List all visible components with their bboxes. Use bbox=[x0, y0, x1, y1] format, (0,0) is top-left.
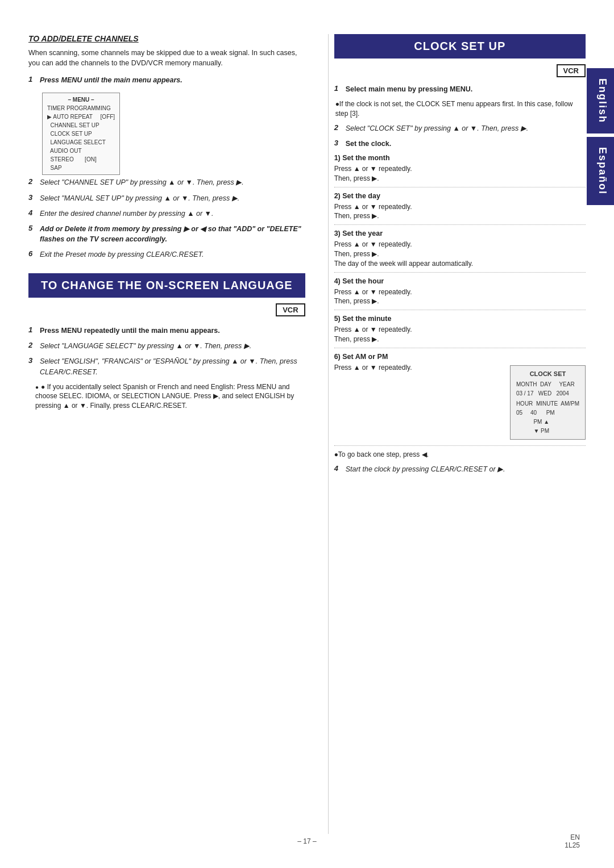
tab-espanol: Español bbox=[587, 137, 614, 206]
content-area: TO ADD/DELETE CHANNELS When scanning, so… bbox=[28, 34, 586, 834]
clock-sub-2-line2: Then, press ▶. bbox=[334, 211, 586, 221]
step-num-5: 5 bbox=[28, 224, 38, 232]
clock-sub-2: 2) Set the day Press ▲ or ▼ repeatedly. … bbox=[334, 192, 586, 226]
menu-item-4: CLOCK SET UP bbox=[47, 130, 115, 138]
add-step-6: 6 Exit the Preset mode by pressing CLEAR… bbox=[28, 249, 305, 260]
language-note: ● If you accidentally select Spanish or … bbox=[35, 382, 305, 411]
clock-step-2: 2 Select "CLOCK SET" by pressing ▲ or ▼.… bbox=[334, 123, 586, 133]
tab-english: English bbox=[587, 68, 614, 135]
menu-item-8: SAP bbox=[47, 164, 115, 172]
footer-code: EN1L25 bbox=[565, 833, 580, 849]
clock-step-4-text: Start the clock by pressing CLEAR/C.RESE… bbox=[346, 464, 505, 474]
clock-sub-sections: 1) Set the month Press ▲ or ▼ repeatedly… bbox=[334, 154, 586, 446]
step-num-4: 4 bbox=[28, 208, 38, 217]
clock-step-num-4: 4 bbox=[334, 464, 343, 473]
step-num-3: 3 bbox=[28, 193, 38, 202]
add-step-6-text: Exit the Preset mode by pressing CLEAR/C… bbox=[40, 249, 204, 260]
clock-sub-1-header: 1) Set the month bbox=[334, 154, 586, 162]
clock-image-row2-label: HOUR MINUTE AM/PM bbox=[516, 399, 579, 408]
menu-item-7: STEREO [ON] bbox=[47, 155, 115, 164]
clock-sub-5-line1: Press ▲ or ▼ repeatedly. bbox=[334, 325, 586, 335]
add-step-3-text: Select "MANUAL SET UP" by pressing ▲ or … bbox=[40, 193, 239, 203]
lang-step-num-2: 2 bbox=[28, 341, 38, 349]
lang-step-3-text: Select "ENGLISH", "FRANCAIS" or "ESPAÑOL… bbox=[40, 356, 305, 377]
menu-item-5: LANGUAGE SELECT bbox=[47, 138, 115, 147]
clock-step-3: 3 Set the clock. bbox=[334, 139, 586, 149]
lang-step-2: 2 Select "LANGUAGE SELECT" by pressing ▲… bbox=[28, 341, 305, 351]
clock-image-row1-val: 03 / 17 WED 2004 bbox=[516, 389, 579, 398]
menu-item-3: CHANNEL SET UP bbox=[47, 121, 115, 130]
page-footer: – 17 – EN1L25 bbox=[0, 837, 614, 845]
add-step-1: 1 Press MENU until the main menu appears… bbox=[28, 75, 305, 85]
language-vcr-row: VCR bbox=[28, 303, 305, 321]
add-step-4: 4 Enter the desired channel number by pr… bbox=[28, 208, 305, 219]
clock-step-num-3: 3 bbox=[334, 139, 343, 147]
clock-image-row1-label: MONTH DAY YEAR bbox=[516, 380, 579, 389]
clock-image-row2-val: 05 40 PM bbox=[516, 408, 579, 418]
lang-step-num-3: 3 bbox=[28, 356, 38, 365]
clock-image-row4: ▼ PM bbox=[516, 427, 579, 436]
clock-step-3-text: Set the clock. bbox=[346, 139, 392, 149]
clock-sub-4-header: 4) Set the hour bbox=[334, 277, 586, 285]
clock-sub-2-header: 2) Set the day bbox=[334, 192, 586, 200]
clock-image-title: CLOCK SET bbox=[516, 369, 579, 379]
language-steps: 1 Press MENU repeatedly until the main m… bbox=[28, 326, 305, 377]
clock-sub-3-line1: Press ▲ or ▼ repeatedly. bbox=[334, 240, 586, 249]
lang-step-1-text: Press MENU repeatedly until the main men… bbox=[40, 326, 220, 336]
lang-step-1: 1 Press MENU repeatedly until the main m… bbox=[28, 326, 305, 336]
clock-sub-1-line1: Press ▲ or ▼ repeatedly. bbox=[334, 164, 586, 174]
clock-sub-5: 5) Set the minute Press ▲ or ▼ repeatedl… bbox=[334, 315, 586, 348]
step-num-1: 1 bbox=[28, 75, 38, 84]
page-container: English Español TO ADD/DELETE CHANNELS W… bbox=[0, 0, 614, 868]
clock-sub-4-line2: Then, press ▶. bbox=[334, 297, 586, 306]
clock-sub-1: 1) Set the month Press ▲ or ▼ repeatedly… bbox=[334, 154, 586, 187]
clock-step-4: 4 Start the clock by pressing CLEAR/C.RE… bbox=[334, 464, 586, 474]
add-step-1-text: Press MENU until the main menu appears. bbox=[40, 75, 182, 85]
side-tabs: English Español bbox=[587, 68, 614, 206]
add-step-2-text: Select "CHANNEL SET UP" by pressing ▲ or… bbox=[40, 177, 244, 187]
step-num-6: 6 bbox=[28, 249, 38, 258]
menu-title: – MENU – bbox=[47, 95, 115, 104]
clock-sub-2-line1: Press ▲ or ▼ repeatedly. bbox=[334, 202, 586, 212]
language-header-text: TO CHANGE THE ON-SCREEN LANGUAGE bbox=[41, 279, 293, 291]
clock-sub-6: 6) Set AM or PM Press ▲ or ▼ repeatedly.… bbox=[334, 353, 586, 446]
menu-item-2: ▶ AUTO REPEAT [OFF] bbox=[47, 112, 115, 121]
clock-sub-3-line2: Then, press ▶. bbox=[334, 249, 586, 259]
clock-image: CLOCK SET MONTH DAY YEAR 03 / 17 WED 200… bbox=[510, 365, 586, 440]
clock-header: CLOCK SET UP bbox=[334, 34, 586, 59]
clock-sub-5-header: 5) Set the minute bbox=[334, 315, 586, 323]
add-step-3: 3 Select "MANUAL SET UP" by pressing ▲ o… bbox=[28, 193, 305, 203]
menu-item-6: AUDIO OUT bbox=[47, 147, 115, 155]
menu-image: – MENU – TIMER PROGRAMMING ▶ AUTO REPEAT… bbox=[42, 93, 120, 175]
language-header: TO CHANGE THE ON-SCREEN LANGUAGE bbox=[28, 273, 305, 298]
add-delete-section: TO ADD/DELETE CHANNELS When scanning, so… bbox=[28, 34, 305, 260]
clock-bullet-1: ●If the clock is not set, the CLOCK SET … bbox=[335, 99, 586, 119]
lang-step-num-1: 1 bbox=[28, 326, 38, 334]
clock-sub-3: 3) Set the year Press ▲ or ▼ repeatedly.… bbox=[334, 229, 586, 272]
clock-header-text: CLOCK SET UP bbox=[414, 40, 505, 52]
clock-step-num-1: 1 bbox=[334, 84, 343, 93]
left-column: TO ADD/DELETE CHANNELS When scanning, so… bbox=[28, 34, 311, 834]
menu-item-1: TIMER PROGRAMMING bbox=[47, 104, 115, 112]
add-step-5-text: Add or Delete it from memory by pressing… bbox=[40, 224, 305, 244]
clock-vcr-row: VCR bbox=[334, 64, 586, 82]
language-section: TO CHANGE THE ON-SCREEN LANGUAGE VCR 1 P… bbox=[28, 273, 305, 411]
clock-image-row3: PM ▲ bbox=[516, 418, 579, 427]
clock-sub-6-row: Press ▲ or ▼ repeatedly. CLOCK SET MONTH… bbox=[334, 363, 586, 443]
add-step-2: 2 Select "CHANNEL SET UP" by pressing ▲ … bbox=[28, 177, 305, 187]
lang-step-2-text: Select "LANGUAGE SELECT" by pressing ▲ o… bbox=[40, 341, 251, 351]
clock-sub-5-line2: Then, press ▶. bbox=[334, 335, 586, 344]
clock-sub-4: 4) Set the hour Press ▲ or ▼ repeatedly.… bbox=[334, 277, 586, 311]
clock-back-note: ●To go back one step, press ◀. bbox=[334, 450, 586, 458]
language-vcr-badge: VCR bbox=[276, 303, 305, 316]
step-num-2: 2 bbox=[28, 177, 38, 186]
clock-sub-1-line2: Then, press ▶. bbox=[334, 174, 586, 183]
clock-step-2-text: Select "CLOCK SET" by pressing ▲ or ▼. T… bbox=[346, 123, 529, 133]
footer-page-number: – 17 – bbox=[297, 837, 316, 845]
add-delete-intro: When scanning, some channels may be skip… bbox=[28, 48, 305, 68]
clock-sub-6-header: 6) Set AM or PM bbox=[334, 353, 586, 361]
right-column: CLOCK SET UP VCR 1 Select main menu by p… bbox=[328, 34, 586, 834]
clock-sub-3-header: 3) Set the year bbox=[334, 229, 586, 237]
clock-steps-top: 1 Select main menu by pressing MENU. ●If… bbox=[334, 84, 586, 149]
clock-sub-4-line1: Press ▲ or ▼ repeatedly. bbox=[334, 287, 586, 297]
